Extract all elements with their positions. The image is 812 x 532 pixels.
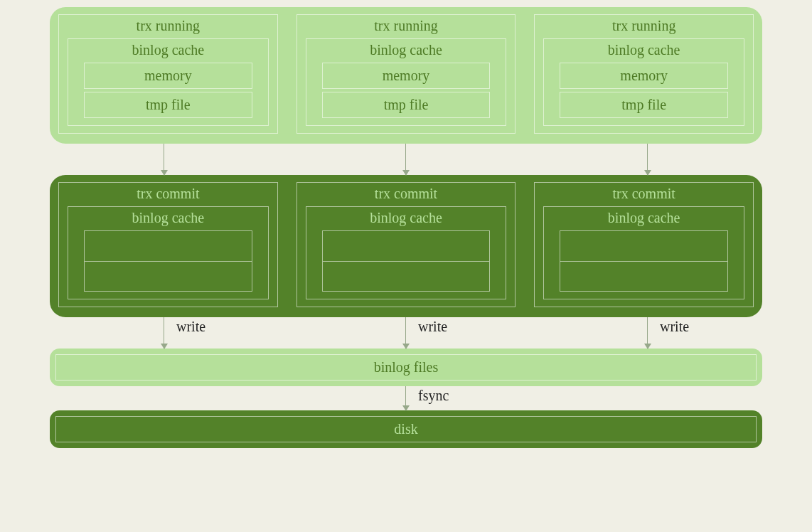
trx-commit-title: trx commit <box>306 183 507 203</box>
trx-running-col: trx running binlog cache memory tmp file <box>297 14 516 134</box>
binlog-cache-box: binlog cache <box>68 206 269 299</box>
arrows-commit-to-files: write write write <box>50 317 762 349</box>
arrow-icon <box>647 144 648 175</box>
trx-running-title: trx running <box>68 15 269 36</box>
binlog-cache-label: binlog cache <box>84 207 252 228</box>
trx-commit-title: trx commit <box>543 183 744 203</box>
trx-commit-title: trx commit <box>68 183 269 203</box>
empty-cache-cells <box>84 230 252 292</box>
empty-cache-cells <box>322 230 491 292</box>
disk-band: disk <box>50 410 762 448</box>
arrow-icon <box>405 144 406 175</box>
arrow-icon <box>405 317 406 349</box>
binlog-files-band: binlog files <box>50 349 762 386</box>
binlog-cache-box: binlog cache <box>543 206 744 299</box>
arrow-icon <box>164 144 164 175</box>
disk-label: disk <box>55 416 757 442</box>
binlog-cache-label: binlog cache <box>84 39 252 60</box>
tmpfile-cell: tmp file <box>84 92 252 118</box>
trx-running-col: trx running binlog cache memory tmp file <box>58 14 278 134</box>
arrow-files-to-disk: fsync <box>50 386 762 410</box>
tmpfile-cell: tmp file <box>322 92 491 118</box>
trx-running-band: trx running binlog cache memory tmp file… <box>50 7 762 144</box>
binlog-cache-label: binlog cache <box>560 207 728 228</box>
fsync-label: fsync <box>418 388 449 404</box>
arrow-icon <box>405 386 406 410</box>
binlog-files-label: binlog files <box>55 354 757 381</box>
binlog-cache-box: binlog cache memory tmp file <box>543 38 744 126</box>
binlog-cache-box: binlog cache <box>306 206 507 299</box>
write-label: write <box>418 319 447 335</box>
binlog-cache-label: binlog cache <box>560 39 728 60</box>
trx-running-col: trx running binlog cache memory tmp file <box>534 14 754 134</box>
tmpfile-cell: tmp file <box>560 92 728 118</box>
trx-running-title: trx running <box>306 15 507 36</box>
write-label: write <box>660 319 689 335</box>
memory-cell: memory <box>322 63 491 89</box>
trx-commit-col: trx commit binlog cache <box>58 182 278 307</box>
arrow-icon <box>647 317 648 349</box>
memory-cell: memory <box>560 63 728 89</box>
write-label: write <box>176 319 205 335</box>
binlog-cache-label: binlog cache <box>322 207 491 228</box>
binlog-cache-label: binlog cache <box>322 39 491 60</box>
binlog-cache-box: binlog cache memory tmp file <box>306 38 507 126</box>
arrows-top-to-commit <box>50 144 762 175</box>
binlog-cache-box: binlog cache memory tmp file <box>68 38 269 126</box>
trx-commit-band: trx commit binlog cache trx commit binlo… <box>50 175 762 317</box>
empty-cache-cells <box>560 230 728 292</box>
arrow-icon <box>164 317 164 349</box>
trx-commit-col: trx commit binlog cache <box>534 182 754 307</box>
trx-commit-col: trx commit binlog cache <box>297 182 516 307</box>
trx-running-title: trx running <box>543 15 744 36</box>
memory-cell: memory <box>84 63 252 89</box>
